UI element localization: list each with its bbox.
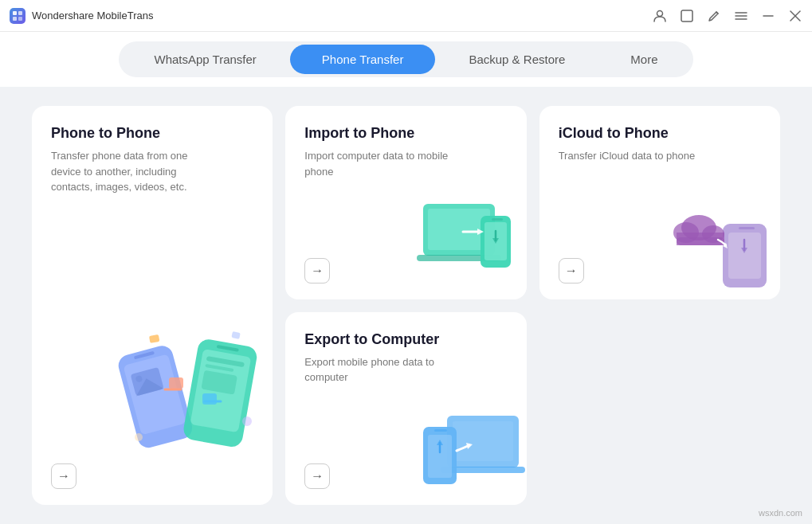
svg-rect-53 — [434, 429, 447, 432]
svg-rect-0 — [13, 11, 17, 15]
card-export-to-computer[interactable]: Export to Computer Export mobile phone d… — [285, 312, 526, 506]
svg-rect-35 — [492, 218, 503, 221]
tab-whatsapp-transfer[interactable]: WhatsApp Transfer — [122, 45, 288, 74]
svg-rect-26 — [149, 334, 159, 343]
svg-rect-40 — [739, 227, 755, 229]
tab-phone-transfer[interactable]: Phone Transfer — [290, 45, 436, 74]
card-icloud-arrow[interactable]: → — [559, 258, 584, 284]
menu-icon[interactable] — [734, 9, 748, 23]
close-icon[interactable] — [788, 9, 802, 23]
app-icon — [10, 8, 25, 24]
svg-rect-3 — [18, 17, 22, 21]
minimize-icon[interactable] — [761, 9, 775, 23]
cards-grid: Phone to Phone Transfer phone data from … — [0, 87, 812, 524]
card-phone-to-phone-arrow[interactable]: → — [51, 463, 76, 489]
watermark: wsxdn.com — [759, 508, 802, 518]
svg-rect-2 — [13, 17, 17, 21]
svg-rect-45 — [677, 237, 724, 245]
title-bar-left: Wondershare MobileTrans — [10, 8, 153, 24]
card-import-arrow[interactable]: → — [304, 258, 330, 284]
card-export-title: Export to Computer — [304, 331, 507, 348]
svg-point-29 — [135, 433, 143, 441]
tab-backup-restore[interactable]: Backup & Restore — [437, 45, 597, 74]
svg-rect-25 — [202, 393, 217, 405]
window-icon[interactable] — [680, 9, 694, 23]
svg-rect-24 — [169, 377, 183, 389]
card-phone-to-phone-desc: Transfer phone data from one device to a… — [51, 148, 194, 195]
nav-tabs: WhatsApp Transfer Phone Transfer Backup … — [119, 41, 692, 77]
card-import-desc: Import computer data to mobile phone — [304, 148, 448, 179]
svg-rect-1 — [18, 11, 22, 15]
svg-rect-27 — [232, 331, 241, 339]
card-icloud-title: iCloud to Phone — [559, 125, 761, 142]
svg-rect-49 — [453, 421, 513, 461]
edit-icon[interactable] — [707, 9, 721, 23]
title-bar-controls — [653, 9, 802, 23]
svg-rect-5 — [681, 10, 692, 22]
main-content: WhatsApp Transfer Phone Transfer Backup … — [0, 32, 812, 524]
app-title: Wondershare MobileTrans — [32, 10, 153, 22]
phone-to-phone-illustration — [105, 298, 273, 473]
card-phone-to-phone-title: Phone to Phone — [51, 125, 253, 142]
import-illustration — [415, 188, 519, 291]
tab-more[interactable]: More — [598, 45, 689, 74]
card-export-arrow[interactable]: → — [304, 463, 330, 489]
svg-rect-13 — [124, 354, 186, 435]
title-bar: Wondershare MobileTrans — [0, 0, 812, 32]
card-import-to-phone[interactable]: Import to Phone Import computer data to … — [285, 106, 526, 299]
svg-point-4 — [657, 10, 663, 16]
nav-bar: WhatsApp Transfer Phone Transfer Backup … — [0, 32, 812, 87]
icloud-illustration — [669, 188, 772, 291]
svg-point-28 — [242, 416, 252, 426]
user-icon[interactable] — [653, 9, 667, 23]
card-phone-to-phone[interactable]: Phone to Phone Transfer phone data from … — [32, 106, 273, 505]
card-icloud-to-phone[interactable]: iCloud to Phone Transfer iCloud data to … — [539, 106, 780, 299]
card-import-title: Import to Phone — [304, 125, 507, 142]
card-icloud-desc: Transfer iCloud data to phone — [559, 148, 702, 164]
card-export-desc: Export mobile phone data to computer — [304, 354, 448, 385]
export-illustration — [415, 393, 519, 497]
